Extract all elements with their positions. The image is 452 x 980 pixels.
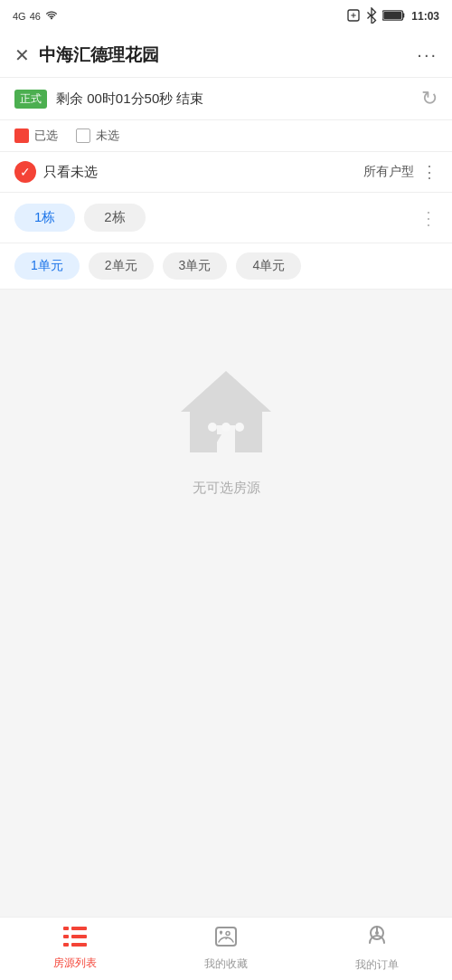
tab-property-list-label: 房源列表 [53,956,97,971]
svg-point-5 [221,423,231,432]
tab-property-list[interactable]: 房源列表 [53,927,97,971]
timer-bar: 正式 剩余 00时01分50秒 结束 ↻ [0,78,452,120]
unit-tab-4[interactable]: 4单元 [236,252,301,280]
unselected-label: 未选 [96,128,119,144]
svg-rect-12 [71,935,87,938]
filter-unselected-label: 只看未选 [43,164,98,181]
legend-selected: 已选 [14,128,58,144]
svg-point-6 [235,423,244,432]
building-tab-1[interactable]: 1栋 [14,204,75,232]
refresh-icon[interactable]: ↻ [421,87,438,110]
filter-right[interactable]: 所有户型 ⋮ [363,162,438,182]
building-tab-group: 1栋 2栋 [14,204,146,232]
filter-more-icon[interactable]: ⋮ [421,162,438,182]
list-icon [63,927,87,952]
status-right: 11:03 [346,7,439,26]
svg-rect-13 [71,943,87,947]
bottom-tab-bar: 房源列表 我的收藏 我的订单 [0,917,452,980]
house-icon [172,362,280,461]
legend-bar: 已选 未选 [0,120,452,152]
svg-rect-14 [216,928,236,946]
status-bar: 4G 46 [0,0,452,33]
filter-type-label: 所有户型 [363,164,414,180]
empty-state-text: 无可选房源 [193,480,260,497]
unit-tab-3[interactable]: 3单元 [163,252,228,280]
favorites-icon [214,926,238,953]
page-title: 中海汇德理花园 [39,43,159,67]
checkbox-checked-icon[interactable]: ✓ [14,161,36,183]
svg-rect-10 [63,943,69,947]
tab-orders-label: 我的订单 [355,957,399,973]
selected-label: 已选 [34,128,58,144]
house-icon-wrap [172,362,280,461]
nfc-icon [346,8,361,25]
status-badge: 正式 [14,90,47,109]
svg-point-16 [375,931,379,935]
selected-color-box [14,128,29,143]
more-icon[interactable]: ··· [417,44,438,65]
main-content: 4G 46 [0,0,452,596]
nav-left: ✕ 中海汇德理花园 [14,43,159,67]
bluetooth-icon [366,7,377,26]
unit-tab-2[interactable]: 2单元 [89,252,154,280]
tab-orders[interactable]: 我的订单 [355,925,399,973]
svg-point-4 [208,423,217,432]
timer-text: 剩余 00时01分50秒 结束 [56,90,203,108]
svg-rect-8 [63,927,69,930]
filter-row: ✓ 只看未选 所有户型 ⋮ [0,152,452,193]
building-more-icon[interactable]: ⋮ [419,207,438,229]
svg-marker-3 [181,371,271,452]
wifi-icon [44,10,59,23]
timer-left: 正式 剩余 00时01分50秒 结束 [14,90,203,109]
svg-rect-9 [63,935,69,938]
unselected-color-box [76,128,90,143]
tab-favorites-label: 我的收藏 [204,956,248,972]
signal-icon2: 46 [30,11,41,22]
svg-rect-11 [71,927,87,930]
empty-state: 无可选房源 [0,290,452,533]
building-tabs: 1栋 2栋 ⋮ [0,193,452,243]
signal-icon: 4G [13,11,26,22]
close-icon[interactable]: ✕ [14,44,30,66]
svg-rect-2 [384,12,402,19]
legend-unselected: 未选 [76,128,119,144]
unit-tab-1[interactable]: 1单元 [14,252,80,280]
time-display: 11:03 [411,10,439,23]
orders-icon [366,925,388,954]
battery-icon [382,9,406,24]
filter-left[interactable]: ✓ 只看未选 [14,161,98,183]
nav-bar: ✕ 中海汇德理花园 ··· [0,33,452,78]
building-tab-2[interactable]: 2栋 [84,204,145,232]
status-left: 4G 46 [13,10,59,23]
unit-tabs: 1单元 2单元 3单元 4单元 [0,243,452,290]
tab-favorites[interactable]: 我的收藏 [204,926,248,972]
